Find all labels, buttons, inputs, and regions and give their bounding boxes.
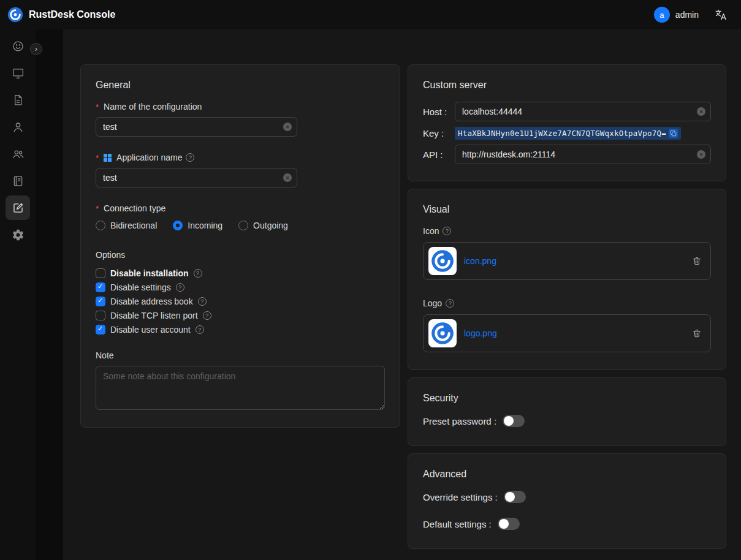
help-icon[interactable] — [198, 297, 207, 306]
help-icon[interactable] — [186, 153, 194, 162]
options-label-text: Options — [96, 250, 125, 260]
radio-incoming-label: Incoming — [188, 221, 222, 230]
logbook-icon — [12, 175, 25, 187]
help-icon[interactable] — [443, 227, 451, 235]
note-textarea[interactable] — [96, 366, 385, 410]
name-config-input[interactable] — [96, 117, 297, 137]
preset-password-toggle[interactable] — [503, 415, 525, 427]
override-settings-toggle[interactable] — [504, 491, 526, 503]
radio-circle[interactable] — [96, 221, 105, 230]
sidebar-item-logs[interactable] — [6, 168, 30, 193]
sidebar-item-settings[interactable] — [6, 222, 30, 247]
checkbox-disable-address-book[interactable]: Disable address book — [96, 297, 385, 306]
trash-icon[interactable] — [692, 328, 702, 338]
checkbox-disable-settings[interactable]: Disable settings — [96, 282, 385, 292]
logo-file-box: logo.png — [423, 314, 711, 352]
radio-bidirectional-label: Bidirectional — [110, 221, 157, 230]
api-input[interactable] — [455, 145, 711, 164]
clear-icon[interactable] — [697, 107, 705, 116]
sidebar-item-groups[interactable] — [6, 142, 30, 166]
security-title: Security — [423, 393, 711, 404]
clear-icon[interactable] — [283, 123, 292, 131]
radio-circle[interactable] — [238, 221, 248, 230]
language-switch-icon[interactable] — [715, 9, 728, 21]
windows-icon — [104, 154, 112, 162]
user-name[interactable]: admin — [675, 10, 699, 20]
sidebar-item-configurations[interactable] — [6, 195, 30, 220]
checkbox-disable-tcp-listen-port[interactable]: Disable TCP listen port — [96, 311, 385, 320]
key-text: HtaXBkJNHyn0e1U1jWXze7A7CN7QTGWqxkOtpaVp… — [458, 129, 666, 138]
key-label: Key : — [423, 128, 455, 138]
radio-incoming[interactable]: Incoming — [173, 221, 222, 230]
clear-icon[interactable] — [697, 150, 705, 159]
visual-title: Visual — [423, 204, 711, 215]
advanced-card: Advanced Override settings : Default set… — [408, 453, 726, 549]
checkbox-box[interactable] — [96, 325, 105, 335]
default-settings-label: Default settings : — [423, 519, 492, 529]
default-settings-toggle[interactable] — [498, 518, 520, 530]
top-header: RustDesk Console a admin — [0, 0, 741, 29]
help-icon[interactable] — [196, 325, 204, 334]
icon-file-link[interactable]: icon.png — [464, 256, 692, 266]
connection-type-label-text: Connection type — [104, 203, 165, 213]
smile-icon — [12, 40, 25, 53]
help-icon[interactable] — [446, 299, 454, 308]
logo-label-text: Logo — [423, 298, 442, 308]
checkbox-disable-installation[interactable]: Disable installation — [96, 268, 385, 278]
server-key-value: HtaXBkJNHyn0e1U1jWXze7A7CN7QTGWqxkOtpaVp… — [455, 127, 681, 140]
radio-outgoing-label: Outgoing — [253, 221, 288, 230]
checkbox-label: Disable TCP listen port — [110, 311, 198, 320]
checkbox-box[interactable] — [96, 268, 105, 278]
override-settings-row: Override settings : — [423, 491, 711, 503]
logo-file-link[interactable]: logo.png — [464, 328, 692, 338]
copy-icon[interactable] — [669, 129, 678, 138]
general-card-title: General — [96, 80, 385, 91]
sidebar-item-user[interactable] — [6, 115, 30, 139]
user-icon — [12, 121, 25, 134]
checkbox-disable-user-account[interactable]: Disable user account — [96, 325, 385, 335]
name-config-label-text: Name of the configuration — [104, 102, 202, 112]
checkbox-label: Disable settings — [110, 282, 171, 292]
user-avatar[interactable]: a — [654, 7, 670, 23]
document-icon — [12, 94, 25, 107]
toggle-knob — [499, 519, 509, 529]
advanced-title: Advanced — [423, 469, 711, 480]
rustdesk-logo-icon — [7, 7, 23, 23]
name-config-label: Name of the configuration — [96, 102, 385, 112]
sidebar-item-devices[interactable] — [6, 61, 30, 85]
help-icon[interactable] — [176, 283, 184, 292]
checkbox-label: Disable user account — [110, 325, 191, 335]
checkbox-box[interactable] — [96, 297, 105, 306]
connection-type-label: Connection type — [96, 203, 385, 213]
edit-icon — [12, 202, 25, 214]
default-settings-row: Default settings : — [423, 518, 711, 530]
monitor-icon — [12, 67, 25, 80]
radio-outgoing[interactable]: Outgoing — [238, 221, 288, 230]
preset-password-row: Preset password : — [423, 415, 711, 427]
settings-gear-icon — [12, 229, 25, 241]
options-label: Options — [96, 250, 385, 260]
toggle-knob — [504, 416, 514, 426]
host-input[interactable] — [455, 102, 711, 121]
main-area: General Name of the configuration Applic… — [36, 29, 741, 560]
toggle-knob — [505, 492, 515, 502]
application-name-input[interactable] — [96, 168, 297, 187]
logo-preview — [428, 319, 457, 347]
sidebar-item-audit[interactable] — [6, 88, 30, 112]
sidebar-item-status[interactable] — [6, 34, 30, 58]
sidebar-expand-button[interactable] — [30, 43, 42, 55]
clear-icon[interactable] — [283, 173, 292, 182]
application-name-label: Application name — [96, 153, 385, 162]
help-icon[interactable] — [203, 311, 211, 320]
icon-label-text: Icon — [423, 226, 439, 236]
note-label: Note — [96, 350, 385, 360]
help-icon[interactable] — [194, 269, 202, 278]
checkbox-label: Disable installation — [110, 268, 189, 278]
radio-bidirectional[interactable]: Bidirectional — [96, 221, 157, 230]
host-label: Host : — [423, 107, 455, 117]
checkbox-box[interactable] — [96, 282, 105, 292]
radio-circle[interactable] — [173, 221, 183, 230]
team-icon — [12, 148, 25, 161]
checkbox-box[interactable] — [96, 311, 105, 320]
trash-icon[interactable] — [692, 256, 702, 266]
